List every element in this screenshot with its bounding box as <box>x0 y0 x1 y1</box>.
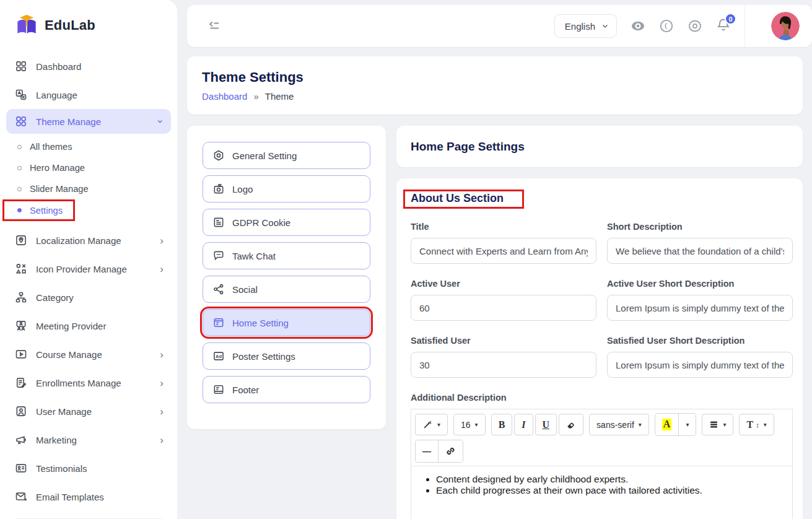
list-dropdown-button[interactable]: ▾ <box>702 414 733 435</box>
active-user-short-description-input[interactable] <box>607 295 793 321</box>
clear-format-button[interactable] <box>559 414 583 435</box>
breadcrumb-separator: » <box>253 91 258 102</box>
italic-button[interactable]: I <box>514 414 533 435</box>
svg-text:Ad: Ad <box>216 354 222 359</box>
avatar[interactable] <box>771 12 800 40</box>
gdpr-cookie-icon <box>212 216 225 229</box>
sidebar-item-category[interactable]: Category <box>0 283 177 312</box>
sidebar-item-theme-manage[interactable]: Theme Manage › <box>6 109 171 134</box>
topbar-right-cluster: English 0 <box>554 5 812 47</box>
settings-nav-label: Footer <box>232 385 259 395</box>
additional-description-label: Additional Description <box>411 393 793 403</box>
sidebar-item-label: Theme Manage <box>36 116 101 127</box>
rich-text-editor: ▾ 16 ▾ B I U <box>411 409 793 519</box>
sidebar-item-icon-provider-manage[interactable]: Icon Provider Manage › <box>0 255 177 283</box>
social-icon <box>212 283 225 295</box>
eraser-icon <box>566 420 576 430</box>
font-color-glyph: A <box>662 419 672 430</box>
font-color-group: A ▾ <box>655 413 697 436</box>
breadcrumb-dashboard-link[interactable]: Dashboard <box>202 91 247 102</box>
font-color-dropdown-button[interactable]: ▾ <box>678 414 696 435</box>
title-label: Title <box>411 222 596 232</box>
field-satisfied-user-short-description: Satisfied User Short Description <box>607 336 793 378</box>
line-height-dropdown-button[interactable]: T ↕ ▾ <box>739 414 774 435</box>
submenu-item-hero-manage[interactable]: Hero Manage <box>0 157 177 178</box>
settings-nav-social[interactable]: Social <box>203 276 370 303</box>
submenu-item-slider-manage[interactable]: Slider Manage <box>0 178 177 199</box>
panel-title: Home Page Settings <box>411 140 525 154</box>
footer-icon <box>212 383 225 396</box>
testimonials-icon <box>15 462 27 474</box>
settings-nav-tawk-chat[interactable]: Tawk Chat <box>203 242 370 269</box>
underline-glyph: U <box>543 419 550 430</box>
settings-nav-general-setting[interactable]: General Setting <box>203 142 370 169</box>
list-icon <box>709 420 718 429</box>
poster-settings-icon: Ad <box>212 350 225 362</box>
brand-name: EduLab <box>45 17 95 33</box>
settings-nav-logo[interactable]: Logo <box>203 175 370 203</box>
brand-logo[interactable]: EduLab <box>0 0 177 52</box>
short-description-input[interactable] <box>607 238 793 264</box>
font-family-dropdown-button[interactable]: sans-serif ▾ <box>589 414 649 435</box>
eye-icon[interactable] <box>631 19 645 33</box>
caret-down-icon: ▾ <box>764 421 767 428</box>
moon-icon[interactable] <box>659 19 674 33</box>
caret-down-icon: ▾ <box>686 421 689 428</box>
underline-button[interactable]: U <box>535 414 557 435</box>
sidebar-item-localization-manage[interactable]: Localization Manage › <box>0 226 177 255</box>
notifications-button[interactable]: 0 <box>716 17 731 35</box>
submenu-item-label: Slider Manage <box>30 184 89 194</box>
settings-nav-footer[interactable]: Footer <box>203 376 370 403</box>
sidebar-item-label: Course Manage <box>36 349 102 360</box>
submenu-item-label: All themes <box>30 142 72 152</box>
sidebar-item-course-manage[interactable]: Course Manage › <box>0 340 177 369</box>
submenu-item-all-themes[interactable]: All themes <box>0 136 177 157</box>
insert-link-button[interactable] <box>438 440 463 462</box>
settings-nav-poster-settings[interactable]: Ad Poster Settings <box>203 342 370 370</box>
sidebar-item-label: Dashboard <box>36 61 81 72</box>
settings-nav-home-setting[interactable]: Home Setting <box>203 309 370 336</box>
content-row: General Setting Logo GDPR Cookie Tawk Ch… <box>187 126 803 519</box>
gear-icon[interactable] <box>688 19 702 33</box>
sidebar-item-dashboard[interactable]: Dashboard <box>0 52 177 81</box>
font-family-value: sans-serif <box>596 420 634 430</box>
bold-glyph: B <box>499 419 505 430</box>
editor-content[interactable]: Content designed by early childhood expe… <box>411 466 792 519</box>
chevron-right-icon: › <box>160 235 164 246</box>
horizontal-rule-button[interactable]: — <box>416 440 438 462</box>
caret-down-icon: ▾ <box>723 421 726 428</box>
sidebar-item-user-manage[interactable]: User Manage › <box>0 397 177 425</box>
link-icon <box>445 446 456 456</box>
language-select[interactable]: English <box>554 14 617 38</box>
sidebar-item-meeting-provider[interactable]: Meeting Provider <box>0 312 177 340</box>
active-user-input[interactable] <box>411 295 596 321</box>
font-color-button[interactable]: A <box>655 414 679 435</box>
collapse-sidebar-icon[interactable] <box>207 19 222 33</box>
sidebar-item-email-templates[interactable]: Email Templates <box>0 482 177 511</box>
title-input[interactable] <box>411 238 596 264</box>
notification-badge: 0 <box>725 13 736 25</box>
editor-toolbar: ▾ 16 ▾ B I U <box>411 409 792 466</box>
page-title-card: Theme Settings Dashboard » Theme <box>187 56 803 115</box>
chevron-down-icon <box>601 22 609 30</box>
sidebar-item-marketing[interactable]: Marketing › <box>0 425 177 454</box>
field-short-description: Short Description <box>607 222 793 264</box>
submenu-item-settings[interactable]: Settings <box>4 201 73 219</box>
sidebar-item-label: Localization Manage <box>36 235 121 246</box>
settings-nav-gdpr-cookie[interactable]: GDPR Cookie <box>203 209 370 236</box>
satisfied-user-input[interactable] <box>411 352 596 378</box>
satisfied-user-short-description-input[interactable] <box>607 352 793 378</box>
text-height-glyph: T <box>746 419 753 430</box>
bold-button[interactable]: B <box>491 414 513 435</box>
font-size-dropdown-button[interactable]: 16 ▾ <box>453 414 486 435</box>
sidebar-item-testimonials[interactable]: Testimonials <box>0 454 177 482</box>
sidebar-item-language[interactable]: Language <box>0 81 177 109</box>
page-title: Theme Settings <box>202 69 788 85</box>
course-manage-icon <box>15 348 27 360</box>
dashboard-icon <box>15 60 27 72</box>
style-dropdown-button[interactable]: ▾ <box>415 414 448 435</box>
bullet-icon <box>17 208 22 212</box>
minus-glyph: — <box>422 447 431 456</box>
panel-title-card: Home Page Settings <box>396 126 803 167</box>
sidebar-item-enrollments-manage[interactable]: Enrollments Manage › <box>0 369 177 397</box>
